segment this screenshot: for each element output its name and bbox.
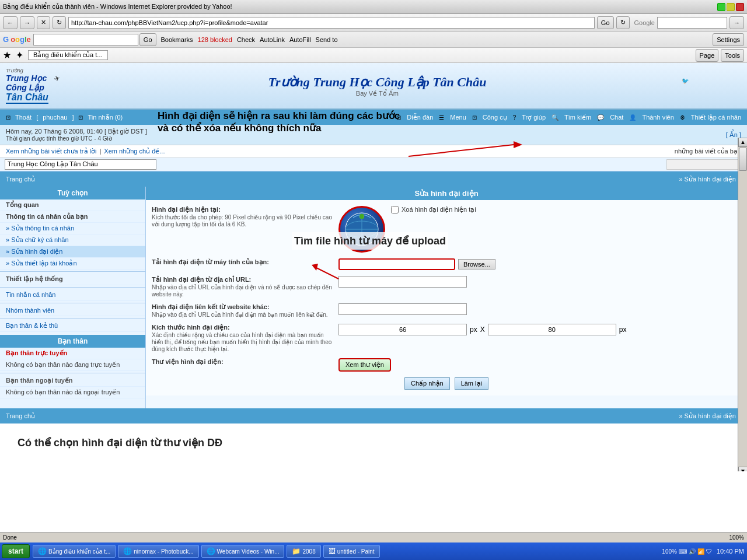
sidebar-member-group[interactable]: Nhóm thành viên — [0, 305, 145, 316]
scroll-thumb[interactable] — [739, 148, 747, 171]
sidebar-notifications[interactable]: Tin nhắn cá nhân — [0, 289, 145, 301]
gallery-button[interactable]: Xem thư viện — [338, 358, 391, 372]
subjects-link[interactable]: Xem những chủ đề... — [104, 148, 165, 155]
taskbar-webcam-item[interactable]: 🌐 Webcam Videos - Win... — [201, 545, 285, 558]
nav-settings[interactable]: Thiết lập cá nhân — [691, 114, 741, 121]
autolink-label[interactable]: AutoLink — [260, 36, 285, 43]
logo-name: Tân Châu — [6, 92, 48, 104]
photobucket-icon: 🌐 — [123, 547, 132, 555]
sidebar-online-friends-label: Bạn thân trực tuyến — [0, 348, 145, 359]
taskbar-folder-item[interactable]: 📁 2008 — [287, 545, 320, 558]
maximize-btn[interactable] — [727, 3, 735, 11]
nav-chat[interactable]: Chat — [610, 114, 623, 121]
gallery-label: Thư viện hình đại diện: — [152, 358, 338, 366]
back-button[interactable]: ← — [3, 16, 18, 29]
folder-icon: 📁 — [292, 547, 301, 555]
add-favorite-icon[interactable]: ✦ — [16, 50, 23, 61]
site-subtitle: Bay Về Tổ Ấm — [356, 90, 399, 97]
height-input[interactable] — [488, 324, 616, 335]
nav-icon2: ⊡ — [78, 114, 83, 121]
stop-button[interactable]: ✕ — [37, 16, 50, 29]
taskbar-photobucket-item[interactable]: 🌐 ninomax - Photobuck... — [118, 545, 198, 558]
autofill-label[interactable]: AutoFill — [289, 36, 311, 43]
status-bar: Done 100% — [0, 532, 747, 542]
taskbar-ie-item[interactable]: 🌐 Bảng điều khiển của t... — [33, 545, 116, 558]
go-button[interactable]: Go — [597, 16, 614, 29]
star-icon[interactable]: ★ — [3, 50, 11, 61]
delete-avatar-checkbox[interactable] — [391, 206, 399, 214]
link-bar: Xem những bài viết chưa trả lời | Xem nh… — [0, 145, 747, 158]
refresh-page-button[interactable]: ↻ — [616, 16, 630, 29]
nav-logout[interactable]: Thoát — [15, 114, 32, 121]
forum-name-bar — [0, 158, 747, 172]
browse-button[interactable]: Browse... — [458, 259, 495, 270]
delete-avatar-label: Xoá hình đại diện hiện tại — [402, 206, 476, 214]
breadcrumb-bar: Trang chủ » Sửa hình đại diện « — [0, 172, 747, 187]
sidebar-edit-signature[interactable]: » Sửa chữ ký cá nhân — [0, 235, 145, 246]
forward-button[interactable]: → — [20, 16, 34, 29]
taskbar-right: 100% ⌨ 🔊 📶 🛡 10:40 PM — [662, 548, 747, 555]
nav-help[interactable]: Trợ giúp — [522, 114, 546, 121]
settings-btn[interactable]: Settings — [713, 33, 744, 46]
reset-button[interactable]: Làm lại — [455, 377, 488, 390]
sidebar-section-header: Tuỳ chọn — [0, 187, 145, 200]
search-input[interactable] — [657, 17, 727, 29]
sidebar-overview: Tổng quan — [0, 200, 145, 211]
nav-members[interactable]: Thành viên — [642, 114, 673, 121]
google-go-btn[interactable]: Go — [139, 33, 156, 46]
upload-from-url-input — [338, 276, 741, 288]
antivirus-icon: 🛡 — [706, 548, 712, 555]
forum-name-input[interactable] — [5, 159, 156, 170]
unread-posts-link[interactable]: Xem những bài viết chưa trả lời — [6, 148, 96, 155]
minimize-btn[interactable] — [717, 3, 725, 11]
nav-tools[interactable]: Công cụ — [483, 114, 507, 121]
nav-bar: ⊡ Thoát [ phuchau ] ⊡ Tin nhắn (0) ⊡ Diễ… — [0, 110, 747, 125]
width-input[interactable] — [338, 324, 467, 335]
nav-inbox[interactable]: Tin nhắn (0) — [88, 114, 123, 121]
refresh-button[interactable]: ↻ — [53, 16, 66, 29]
google-search-input[interactable] — [33, 34, 138, 46]
sidebar-friends[interactable]: Bạn thân & kẻ thù — [0, 320, 145, 332]
upload-file-path-input[interactable] — [338, 258, 455, 270]
avatar-preview-area: Xoá hình đại diện hiện tại — [338, 206, 741, 253]
upload-from-url-row: Tải hình đại diện từ địa chỉ URL: Nhập v… — [152, 276, 741, 298]
submit-button[interactable]: Chấp nhận — [404, 377, 450, 390]
nav-search[interactable]: Tìm kiếm — [564, 114, 591, 121]
browser-titlebar: Bảng điều khiển của thành viên - Windows… — [0, 0, 747, 14]
linked-avatar-input — [338, 303, 741, 315]
linked-url-input[interactable] — [338, 303, 467, 315]
address-bar[interactable] — [68, 17, 595, 29]
tools-btn[interactable]: Tools — [721, 49, 744, 62]
breadcrumb-home[interactable]: Trang chủ — [6, 176, 35, 183]
right-scrollbar[interactable]: ▲ ▼ — [738, 138, 747, 471]
site-logo: Trường Trung Học Công Lập Tân Châu — [6, 68, 48, 104]
page-btn[interactable]: Page — [696, 49, 719, 62]
sidebar-edit-info[interactable]: » Sửa thông tin cá nhân — [0, 223, 145, 235]
timezone-text: Thời gian được tính theo giờ UTC - 4 Giờ — [6, 135, 147, 142]
bottom-breadcrumb-home[interactable]: Trang chủ — [6, 412, 35, 420]
form-header: Sửa hình đại diện — [146, 187, 747, 200]
upload-from-pc-input: Browse... — [338, 258, 741, 270]
nav-forum[interactable]: Diễn đàn — [407, 114, 433, 121]
search-box-right[interactable] — [666, 159, 742, 170]
check-label[interactable]: Check — [237, 36, 255, 43]
scroll-up-btn[interactable]: ▲ — [738, 138, 747, 147]
scroll-down-btn[interactable]: ▼ — [738, 467, 747, 471]
sidebar-edit-account[interactable]: » Sửa thiết lập tài khoản — [0, 258, 145, 270]
favorites-tab[interactable]: Bảng điều khiển của t... — [28, 50, 108, 60]
delete-checkbox-area: Xoá hình đại diện hiện tại — [391, 206, 476, 214]
sendto-label[interactable]: Send to — [316, 36, 338, 43]
search-go-button[interactable]: → — [729, 16, 744, 29]
sidebar-edit-avatar[interactable]: » Sửa hình đại diện — [0, 246, 145, 258]
bird-decoration-1: ✈ — [53, 74, 61, 83]
sidebar-online-friends-msg: Không có bạn thân nào đang trực tuyến — [0, 359, 145, 371]
logo-line1: Trung Học — [6, 74, 47, 83]
taskbar-paint-item[interactable]: 🖼 untitled - Paint — [323, 545, 380, 558]
nav-user[interactable]: phuchau — [43, 114, 67, 121]
close-btn[interactable] — [736, 3, 744, 11]
nav-menu[interactable]: Menu — [450, 114, 466, 121]
size-inputs: px X px — [338, 324, 741, 339]
start-button[interactable]: start — [2, 544, 30, 558]
url-input[interactable] — [338, 276, 467, 288]
bookmarks-label[interactable]: Bookmarks — [161, 36, 193, 43]
